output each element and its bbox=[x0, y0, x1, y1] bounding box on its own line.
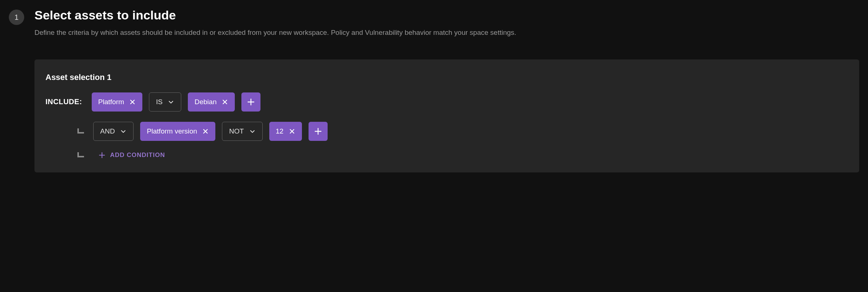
branch-icon bbox=[77, 127, 85, 135]
close-icon[interactable] bbox=[289, 128, 295, 135]
header-content: Select assets to include Define the crit… bbox=[34, 8, 859, 38]
page-title: Select assets to include bbox=[34, 8, 859, 22]
chevron-down-icon bbox=[120, 128, 127, 135]
field-chip-platform-version[interactable]: Platform version bbox=[140, 122, 215, 141]
conjunction-select-and[interactable]: AND bbox=[93, 122, 134, 141]
field-chip-platform[interactable]: Platform bbox=[92, 92, 143, 112]
chevron-down-icon bbox=[249, 128, 256, 135]
include-label: INCLUDE: bbox=[45, 98, 82, 106]
operator-label: IS bbox=[156, 98, 163, 106]
add-value-button[interactable] bbox=[241, 92, 260, 112]
value-chip-label: Debian bbox=[194, 98, 216, 106]
operator-select-not[interactable]: NOT bbox=[222, 122, 262, 141]
page-subtitle: Define the criteria by which assets shou… bbox=[34, 28, 859, 38]
operator-select-is[interactable]: IS bbox=[149, 92, 181, 112]
add-condition-row: ADD CONDITION bbox=[77, 151, 848, 159]
condition-row-2: AND Platform version NOT 12 bbox=[77, 122, 848, 141]
field-chip-label: Platform bbox=[98, 98, 124, 106]
step-number: 1 bbox=[14, 13, 18, 22]
close-icon[interactable] bbox=[222, 99, 228, 105]
asset-selection-panel: Asset selection 1 INCLUDE: Platform IS D… bbox=[34, 59, 859, 172]
operator-label: NOT bbox=[229, 127, 244, 135]
branch-icon bbox=[77, 151, 85, 159]
plus-icon bbox=[98, 152, 106, 159]
step-badge: 1 bbox=[9, 10, 24, 25]
field-chip-label: Platform version bbox=[147, 127, 197, 135]
add-value-button[interactable] bbox=[309, 122, 328, 141]
panel-title: Asset selection 1 bbox=[45, 73, 848, 82]
conjunction-label: AND bbox=[100, 127, 115, 135]
condition-row-1: INCLUDE: Platform IS Debian bbox=[45, 92, 848, 112]
value-chip-label: 12 bbox=[276, 127, 284, 135]
value-chip-debian[interactable]: Debian bbox=[188, 92, 235, 112]
chevron-down-icon bbox=[168, 99, 174, 105]
add-condition-label: ADD CONDITION bbox=[110, 152, 165, 159]
value-chip-12[interactable]: 12 bbox=[269, 122, 302, 141]
close-icon[interactable] bbox=[129, 99, 136, 105]
add-condition-button[interactable]: ADD CONDITION bbox=[98, 152, 165, 159]
close-icon[interactable] bbox=[202, 128, 209, 135]
